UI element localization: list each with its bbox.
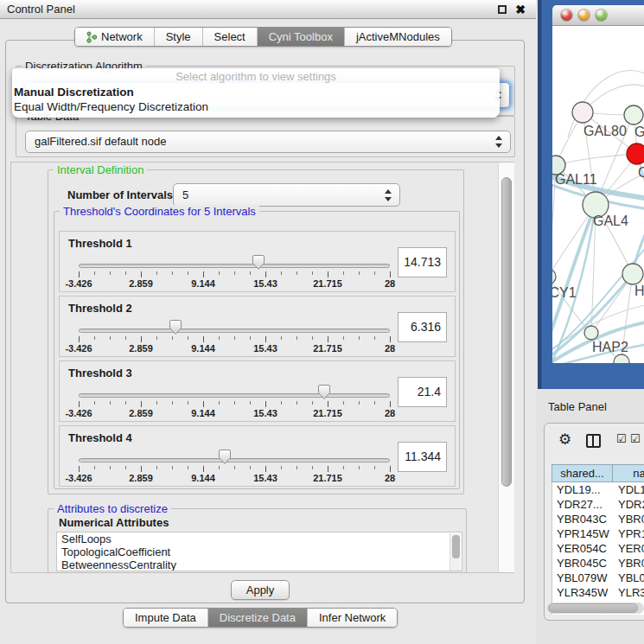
checkbox-icon[interactable]: ☑ [616, 433, 627, 444]
tab-discretize-data[interactable]: Discretize Data [207, 609, 307, 627]
numerical-attributes-list[interactable]: SelfLoopsTopologicalCoefficientBetweenne… [56, 532, 462, 571]
table-data-combobox[interactable]: galFiltered.sif default node [25, 131, 511, 153]
table-cell[interactable]: YDR27... [552, 497, 614, 512]
slider-thumb[interactable] [168, 319, 183, 336]
slider-ticks: -3.4262.8599.14415.4321.71528 [60, 466, 455, 487]
tick-label: 21.715 [313, 473, 342, 483]
thresholds-group: Threshold's Coordinates for 5 Intervals … [54, 211, 460, 489]
network-view-frame[interactable]: GAL80GCGAL11GAL4GCY1HHAP2 [538, 0, 644, 389]
horizontal-scrollbar-thumb[interactable] [548, 603, 638, 613]
checkbox-icon[interactable]: ☑ [630, 433, 641, 444]
tick-label: 15.43 [253, 408, 277, 418]
table-row: YDL19...YDL1 [552, 482, 644, 497]
tab-select[interactable]: Select [202, 28, 257, 46]
threshold-panel: Threshold 1 -3.4262.8599.14415.4321.7152… [59, 231, 456, 292]
tick-minor [219, 466, 220, 469]
list-scrollbar[interactable] [450, 533, 461, 571]
dropdown-option-manual-discretization[interactable]: Manual Discretization [12, 85, 500, 99]
network-node[interactable] [584, 326, 598, 340]
network-node[interactable] [627, 143, 644, 164]
tick-minor [219, 271, 220, 275]
tick-label: -3.426 [65, 408, 92, 418]
tab-cyni-toolbox[interactable]: Cyni Toolbox [257, 28, 344, 46]
table-cell[interactable]: YER054C [552, 541, 614, 556]
num-intervals-combobox[interactable]: 5 [173, 183, 400, 207]
network-window-titlebar[interactable] [552, 5, 644, 26]
tick-major [390, 336, 391, 342]
threshold-value-field[interactable]: 6.316 [398, 312, 447, 342]
attribute-item[interactable]: SelfLoops [57, 532, 462, 545]
threshold-value-field[interactable]: 11.344 [398, 442, 447, 472]
tick-label: 28 [385, 473, 395, 483]
table-cell[interactable]: YBR0 [614, 512, 644, 526]
table-cell[interactable]: YBR0 [614, 556, 644, 571]
table-cell[interactable]: YBL079W [552, 571, 614, 585]
table-cell[interactable]: YBR043C [552, 512, 614, 526]
zoom-button[interactable] [596, 10, 607, 21]
tick-minor [250, 271, 251, 275]
horizontal-scrollbar[interactable] [547, 603, 644, 614]
table-cell[interactable]: YBR045C [552, 556, 614, 571]
apply-button[interactable]: Apply [231, 580, 290, 600]
network-canvas[interactable]: GAL80GCGAL11GAL4GCY1HHAP2 [552, 26, 644, 363]
tick-minor [188, 466, 188, 469]
threshold-slider[interactable] [79, 264, 390, 268]
column-header-shared-[interactable]: shared... [552, 464, 613, 482]
tab-jactivemnodules[interactable]: jActiveMNodules [344, 28, 451, 46]
tick-label: 2.859 [129, 343, 153, 354]
table-body: YDL19...YDL1YDR27...YDR2YBR043CYBR0YPR14… [552, 482, 644, 615]
tick-label: -3.426 [65, 343, 92, 354]
tick-major [79, 336, 80, 342]
table-cell[interactable]: YBL0 [614, 571, 644, 585]
columns-icon[interactable] [586, 434, 601, 448]
tick-minor [296, 336, 297, 340]
table-cell[interactable]: YDL1 [614, 482, 644, 497]
tab-infer-network[interactable]: Infer Network [307, 609, 397, 627]
tick-label: 2.859 [129, 408, 153, 418]
tick-label: 15.43 [253, 473, 277, 483]
threshold-slider[interactable] [79, 393, 390, 398]
table-cell[interactable]: YLR3 [614, 585, 644, 600]
tick-major [203, 271, 204, 277]
table-cell[interactable]: YLR345W [552, 585, 614, 600]
tab-impute-data[interactable]: Impute Data [124, 609, 207, 627]
network-node[interactable] [552, 269, 556, 284]
slider-thumb[interactable] [217, 449, 233, 466]
list-scrollbar-thumb[interactable] [452, 535, 460, 558]
table-cell[interactable]: YPR145W [552, 526, 614, 541]
threshold-slider[interactable] [79, 458, 390, 462]
network-node[interactable] [622, 264, 643, 284]
table-row: YBL079WYBL0 [552, 571, 644, 585]
close-icon[interactable]: ✖ [515, 1, 526, 19]
panel-title: Control Panel [7, 3, 75, 16]
slider-thumb[interactable] [251, 254, 266, 271]
table-cell[interactable]: YPR1 [614, 526, 644, 541]
gear-icon[interactable]: ⚙ [558, 432, 571, 447]
threshold-slider[interactable] [79, 328, 390, 333]
tick-major [328, 336, 328, 342]
table-cell[interactable]: YDL19... [552, 482, 614, 497]
dropdown-option-equal-width-frequency-discretization[interactable]: Equal Width/Frequency Discretization [12, 99, 500, 114]
table-cell[interactable]: YDR2 [614, 497, 644, 512]
column-header-name[interactable]: name [613, 464, 644, 482]
settings-scrollbar[interactable] [498, 163, 514, 572]
network-node[interactable] [572, 102, 593, 123]
tick-major [141, 401, 142, 407]
tab-style[interactable]: Style [154, 28, 202, 46]
network-node[interactable] [614, 354, 629, 363]
threshold-value-field[interactable]: 21.4 [398, 377, 447, 407]
float-window-icon[interactable] [498, 5, 507, 14]
tick-label: 15.43 [253, 278, 277, 289]
scrollbar-thumb[interactable] [501, 177, 512, 487]
tab-network[interactable]: Network [75, 28, 154, 46]
slider-thumb[interactable] [316, 384, 332, 401]
tick-minor [281, 336, 282, 340]
tick-minor [125, 466, 126, 469]
table-cell[interactable]: YER0 [614, 541, 644, 556]
network-node[interactable] [624, 105, 643, 124]
close-button[interactable] [561, 10, 572, 21]
attribute-item[interactable]: TopologicalCoefficient [57, 545, 462, 558]
attribute-item[interactable]: BetweennessCentrality [57, 558, 462, 571]
minimize-button[interactable] [578, 10, 590, 21]
threshold-value-field[interactable]: 14.713 [398, 247, 447, 277]
